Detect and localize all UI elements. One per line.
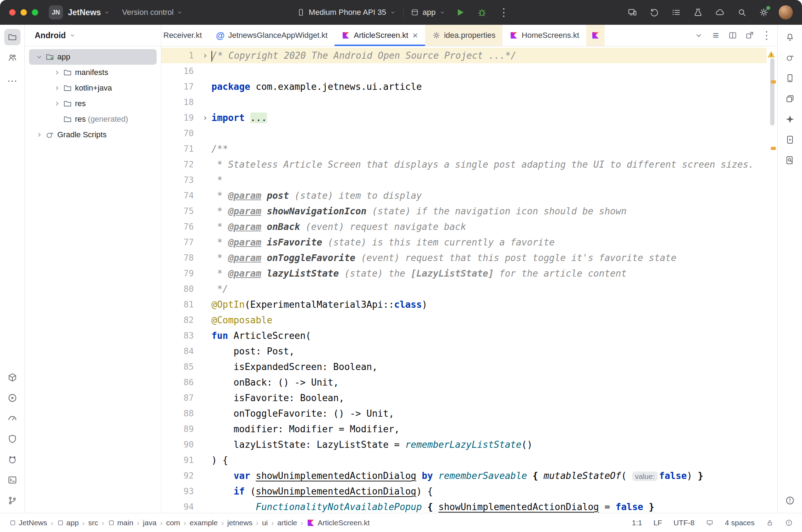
version-control-menu[interactable]: Version control: [122, 8, 183, 17]
user-avatar[interactable]: [779, 5, 793, 19]
code-line-81[interactable]: 81@OptIn(ExperimentalMaterial3Api::class…: [161, 297, 767, 312]
code-line-94[interactable]: 94 FunctionalityNotAvailablePopup { show…: [161, 499, 767, 513]
editor-tab-receiver-kt[interactable]: Receiver.kt: [161, 25, 209, 46]
chevron-right-icon[interactable]: [52, 100, 62, 107]
breadcrumb-item-com[interactable]: com: [166, 519, 180, 527]
file-encoding[interactable]: UTF-8: [673, 519, 695, 527]
line-number[interactable]: 74: [161, 188, 199, 203]
code-line-19[interactable]: 19›import ...: [161, 110, 767, 126]
code-line-1[interactable]: 1›/* Copyright 2020 The Android Open Sou…: [161, 48, 767, 63]
breadcrumb-item-example[interactable]: example: [190, 519, 217, 527]
line-number[interactable]: 80: [161, 281, 199, 297]
breadcrumb-item-articlescreen-kt[interactable]: ArticleScreen.kt: [307, 519, 370, 527]
line-number[interactable]: 79: [161, 266, 199, 281]
chevron-down-icon[interactable]: [34, 53, 45, 60]
code-line-18[interactable]: 18: [161, 94, 767, 110]
debug-button[interactable]: [475, 5, 489, 20]
more-tool-windows-icon[interactable]: …: [4, 70, 21, 86]
line-number[interactable]: 1: [161, 48, 199, 63]
line-number[interactable]: 70: [161, 126, 199, 141]
problems-icon[interactable]: [782, 492, 798, 509]
todo-icon[interactable]: [669, 5, 683, 19]
line-number[interactable]: 71: [161, 141, 199, 157]
editor[interactable]: 1›/* Copyright 2020 The Android Open Sou…: [161, 46, 777, 513]
fold-marker-icon[interactable]: ›: [199, 110, 211, 126]
device-selector[interactable]: Medium Phone API 35: [297, 8, 396, 17]
tree-item-res[interactable]: res: [29, 96, 157, 111]
screen-reader-icon[interactable]: [706, 519, 714, 527]
tree-item-res-generated[interactable]: res(generated): [29, 111, 157, 127]
editor-scrollbar[interactable]: [770, 58, 774, 126]
project-switcher[interactable]: JetNews: [68, 8, 110, 17]
running-devices-icon[interactable]: [782, 132, 798, 148]
logcat-icon[interactable]: [4, 451, 21, 468]
line-number[interactable]: 77: [161, 235, 199, 250]
code-line-87[interactable]: 87 isFavorite: Boolean,: [161, 390, 767, 406]
settings-icon[interactable]: [757, 5, 771, 19]
line-number[interactable]: 92: [161, 468, 199, 484]
profiler-icon[interactable]: [4, 410, 21, 427]
detach-editor-icon[interactable]: [743, 28, 757, 42]
code-line-85[interactable]: 85 isExpandedScreen: Boolean,: [161, 359, 767, 375]
code-line-88[interactable]: 88 onToggleFavorite: () -> Unit,: [161, 406, 767, 421]
sync-icon[interactable]: [713, 5, 727, 19]
code-line-80[interactable]: 80 */: [161, 281, 767, 297]
line-number[interactable]: 17: [161, 79, 199, 94]
run-button[interactable]: [453, 5, 467, 20]
line-number[interactable]: 87: [161, 390, 199, 406]
restore-icon[interactable]: [647, 5, 661, 19]
line-number[interactable]: 84: [161, 343, 199, 359]
line-number[interactable]: 89: [161, 421, 199, 437]
people-icon[interactable]: [4, 50, 21, 66]
code-line-77[interactable]: 77 * @param isFavorite (state) is this i…: [161, 235, 767, 250]
terminal-icon[interactable]: [4, 472, 21, 488]
code-line-72[interactable]: 72 * Stateless Article Screen that displ…: [161, 157, 767, 172]
version-control-icon[interactable]: [4, 492, 21, 509]
search-icon[interactable]: [735, 5, 749, 19]
reader-mode-icon[interactable]: ≡: [709, 28, 723, 42]
code-line-75[interactable]: 75 * @param showNavigationIcon (state) i…: [161, 203, 767, 219]
gradle-icon[interactable]: [782, 50, 798, 66]
line-number[interactable]: 16: [161, 63, 199, 79]
code-line-90[interactable]: 90 lazyListState: LazyListState = rememb…: [161, 437, 767, 452]
editor-menu-icon[interactable]: ⋮: [760, 28, 774, 42]
fold-marker-icon[interactable]: ›: [199, 48, 211, 63]
code-line-84[interactable]: 84 post: Post,: [161, 343, 767, 359]
zoom-window-button[interactable]: [32, 9, 38, 16]
line-number[interactable]: 90: [161, 437, 199, 452]
close-tab-icon[interactable]: ×: [413, 30, 418, 41]
line-number[interactable]: 93: [161, 484, 199, 499]
device-manager-icon[interactable]: [782, 70, 798, 86]
code-line-91[interactable]: 91) {: [161, 452, 767, 468]
error-indicator-icon[interactable]: [785, 519, 793, 527]
unlock-icon[interactable]: [766, 519, 774, 527]
line-number[interactable]: 75: [161, 203, 199, 219]
caret-position[interactable]: 1:1: [632, 519, 642, 527]
code-area[interactable]: 1›/* Copyright 2020 The Android Open Sou…: [161, 46, 767, 513]
notifications-icon[interactable]: [782, 29, 798, 45]
find-icon[interactable]: [782, 152, 798, 168]
split-editor-icon[interactable]: [726, 28, 740, 42]
code-line-16[interactable]: 16: [161, 63, 767, 79]
line-number[interactable]: 91: [161, 452, 199, 468]
tree-item-manifests[interactable]: manifests: [29, 65, 157, 80]
line-number[interactable]: 81: [161, 297, 199, 312]
project-view-selector[interactable]: Android: [25, 25, 161, 46]
code-line-74[interactable]: 74 * @param post (state) item to display: [161, 188, 767, 203]
code-line-93[interactable]: 93 if (showUnimplementedActionDialog) {: [161, 484, 767, 499]
line-number[interactable]: 76: [161, 219, 199, 235]
line-number[interactable]: 73: [161, 172, 199, 188]
run-configuration-selector[interactable]: app: [411, 8, 446, 17]
run-icon[interactable]: [4, 390, 21, 406]
app-quality-insights-icon[interactable]: [4, 431, 21, 447]
code-line-76[interactable]: 76 * @param onBack (event) request navig…: [161, 219, 767, 235]
hidden-tabs-icon[interactable]: [692, 28, 706, 42]
line-number[interactable]: 18: [161, 94, 199, 110]
code-line-86[interactable]: 86 onBack: () -> Unit,: [161, 375, 767, 390]
breadcrumb-item-app[interactable]: app: [57, 519, 79, 527]
line-number[interactable]: 86: [161, 375, 199, 390]
more-run-actions-icon[interactable]: ⋮: [496, 5, 511, 20]
line-separator[interactable]: LF: [653, 519, 662, 527]
close-window-button[interactable]: [9, 9, 16, 16]
breadcrumb-item-jetnews[interactable]: JetNews: [9, 519, 47, 527]
